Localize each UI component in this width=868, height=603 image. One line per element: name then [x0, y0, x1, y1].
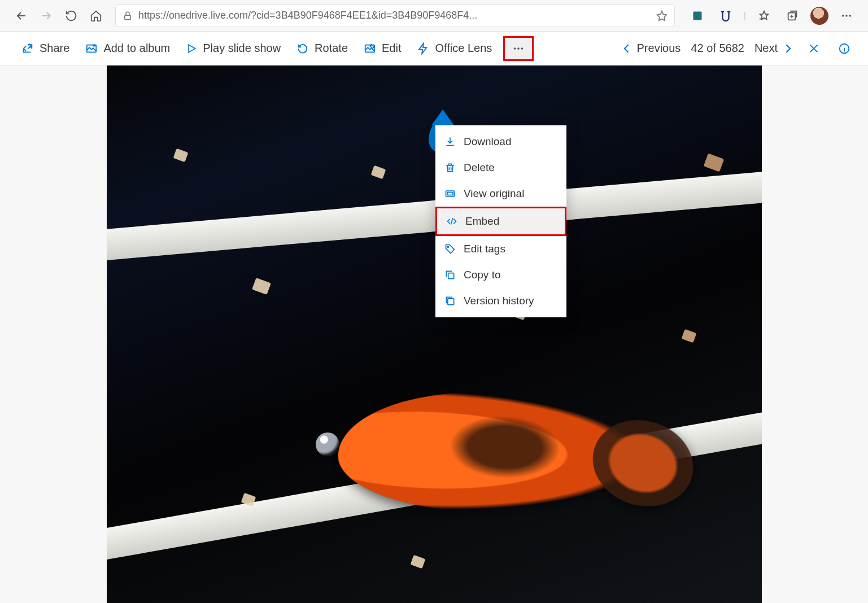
refresh-button[interactable]	[61, 6, 81, 26]
svg-point-14	[447, 246, 449, 248]
share-button[interactable]: Share	[14, 36, 77, 61]
office-lens-button[interactable]: Office Lens	[409, 36, 500, 61]
play-slideshow-button[interactable]: Play slide show	[178, 36, 289, 61]
svg-rect-16	[448, 299, 454, 305]
svg-point-4	[845, 15, 848, 17]
lock-icon	[123, 11, 133, 21]
add-to-album-label: Add to album	[103, 42, 170, 55]
svg-point-9	[517, 47, 520, 50]
photo-decoration	[410, 555, 425, 569]
profile-avatar[interactable]	[810, 7, 828, 25]
svg-rect-15	[448, 273, 454, 279]
svg-rect-13	[447, 193, 453, 195]
previous-button[interactable]: Previous	[621, 42, 681, 55]
menu-version-history-label: Version history	[464, 295, 534, 307]
svg-point-3	[842, 15, 844, 17]
extension-icon-1[interactable]	[687, 6, 708, 26]
extension-icon-2[interactable]	[716, 6, 736, 26]
menu-delete-label: Delete	[464, 161, 495, 174]
menu-view-original[interactable]: View original	[435, 181, 566, 207]
close-button[interactable]	[804, 38, 824, 59]
photo-decoration	[681, 329, 696, 343]
collections-button[interactable]	[782, 6, 802, 26]
menu-embed[interactable]: Embed	[435, 207, 566, 236]
photo-decoration	[252, 278, 271, 295]
svg-rect-1	[693, 11, 701, 20]
content-area: Download Delete View original Embed Edit…	[0, 65, 868, 603]
play-slideshow-label: Play slide show	[203, 42, 281, 55]
svg-point-8	[514, 47, 516, 50]
rotate-label: Rotate	[315, 42, 348, 55]
onedrive-command-bar: Share Add to album Play slide show Rotat…	[0, 32, 868, 65]
menu-copy-to-label: Copy to	[464, 269, 500, 281]
menu-delete[interactable]: Delete	[435, 155, 566, 181]
photo-decoration	[107, 161, 762, 266]
menu-copy-to[interactable]: Copy to	[435, 262, 566, 288]
add-to-album-button[interactable]: Add to album	[77, 36, 178, 61]
share-label: Share	[40, 42, 69, 55]
more-actions-button[interactable]	[503, 36, 534, 61]
photo-decoration	[703, 154, 723, 172]
edit-button[interactable]: Edit	[356, 36, 409, 61]
back-button[interactable]	[11, 6, 32, 26]
url-text: https://onedrive.live.com/?cid=3B4B90F94…	[138, 10, 652, 21]
svg-point-10	[521, 47, 524, 50]
next-label: Next	[754, 42, 778, 55]
photo-decoration	[316, 432, 339, 456]
previous-label: Previous	[637, 42, 681, 55]
svg-point-5	[849, 15, 852, 17]
browser-toolbar: https://onedrive.live.com/?cid=3B4B90F94…	[0, 0, 868, 32]
menu-edit-tags[interactable]: Edit tags	[435, 236, 566, 262]
forward-button[interactable]	[36, 6, 56, 26]
next-button[interactable]: Next	[754, 42, 793, 55]
photo-viewer[interactable]	[107, 65, 762, 603]
rotate-button[interactable]: Rotate	[289, 36, 356, 61]
photo-decoration	[370, 165, 386, 179]
menu-view-original-label: View original	[464, 187, 524, 200]
menu-edit-tags-label: Edit tags	[464, 243, 505, 255]
edit-label: Edit	[382, 42, 401, 55]
photo-counter: 42 of 5682	[691, 42, 744, 55]
address-bar[interactable]: https://onedrive.live.com/?cid=3B4B90F94…	[115, 5, 675, 27]
favorites-button[interactable]	[754, 6, 774, 26]
menu-embed-label: Embed	[465, 215, 499, 228]
home-button[interactable]	[86, 6, 106, 26]
info-button[interactable]	[834, 38, 854, 59]
menu-download-label: Download	[464, 136, 512, 148]
office-lens-label: Office Lens	[435, 42, 492, 55]
svg-rect-0	[125, 15, 131, 20]
favorite-icon[interactable]	[656, 10, 668, 21]
menu-version-history[interactable]: Version history	[435, 288, 566, 314]
more-actions-menu: Download Delete View original Embed Edit…	[435, 125, 566, 317]
browser-menu-button[interactable]	[836, 6, 857, 26]
photo-decoration	[173, 148, 188, 162]
menu-download[interactable]: Download	[435, 129, 566, 155]
